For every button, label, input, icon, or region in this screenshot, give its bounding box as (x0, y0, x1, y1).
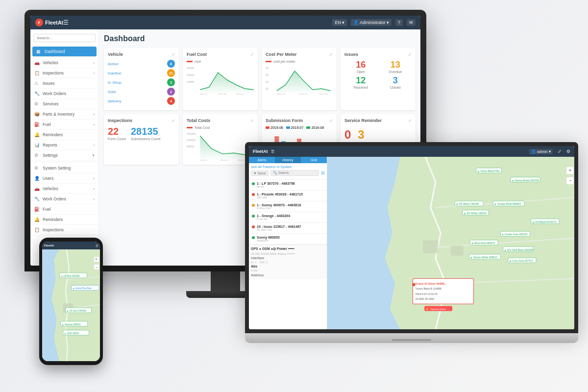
sidebar-label-reports: Reports (43, 143, 57, 147)
sidebar-item-work-orders2[interactable]: 🔧 Work Orders ‹ (30, 194, 98, 204)
vehicles-icon: 🚗 (34, 60, 40, 65)
help-button[interactable]: ? (395, 19, 403, 26)
submission-form-expand[interactable]: ⤢ (329, 119, 333, 123)
map-gear-icon[interactable]: ⚙ (566, 149, 570, 154)
phone-menu-icon[interactable]: ☰ (96, 244, 98, 247)
map-tab-history[interactable]: History (275, 157, 301, 163)
sidebar-item-fuel2[interactable]: ⛽ Fuel (30, 204, 98, 215)
sidebar-item-reminders2[interactable]: 🔔 Reminders (30, 215, 98, 225)
vehicle-item-inshop: In Shop 3 (108, 78, 175, 86)
hamburger-icon[interactable]: ☰ (63, 19, 69, 26)
vehicle-detail-stats: 33.083 31020.006K Status: ━━━━ (251, 252, 325, 255)
pin-10: ▲ RS White.146044 (463, 210, 489, 215)
sidebar-item-vehicles2[interactable]: 🚗 Vehicles ‹ (30, 184, 98, 194)
map-tab-grid[interactable]: Grid (301, 157, 327, 163)
map-app-logo: FleetAt (253, 149, 268, 154)
sidebar-item-dashboard[interactable]: ▦ Dashboard (32, 47, 97, 57)
inshop-badge: 3 (167, 78, 175, 86)
tracker-item-4[interactable]: 1 - Orange - 4483204 0.1m 0s (249, 212, 327, 223)
sr-overdue-number: 3 (358, 128, 371, 142)
user-menu[interactable]: 👤 Administrator ▾ (351, 19, 392, 26)
svg-text:▲ Toureg White 669901: ▲ Toureg White 669901 (494, 202, 521, 205)
map-hamburger[interactable]: ☰ (271, 149, 274, 154)
mail-button[interactable]: ✉ (407, 19, 416, 26)
sidebar-item-reports[interactable]: 📊 Reports ‹ (30, 140, 98, 150)
tracker-dot-5 (252, 225, 255, 228)
services-icon: ⚙ (34, 101, 40, 106)
sidebar-item-fuel[interactable]: ⛽ Fuel ‹ (30, 120, 98, 130)
sidebar-item-parts[interactable]: 📦 Parts & Inventory ‹ (30, 109, 98, 120)
tracker-item-5[interactable]: 10 - Isuzu 315617 - 4481467 1h 30m 14s (249, 223, 327, 234)
tracker-item-6[interactable]: Sunny 660853 4483204 (249, 234, 327, 245)
svg-text:▲ LB Blue 105489: ▲ LB Blue 105489 (61, 275, 80, 277)
sidebar-label-inspections: Inspections (43, 71, 64, 75)
map-share-icon[interactable]: ⤢ (558, 149, 562, 154)
work-orders2-icon: 🔧 (34, 196, 40, 201)
sidebar-item-inspections[interactable]: 📋 Inspections ‹ (30, 68, 98, 78)
settings-icon: ⚙ (34, 153, 40, 158)
svg-text:▲ XiXon.Black7452: ▲ XiXon.Black7452 (477, 170, 500, 172)
sidebar-label-users: Users (43, 176, 53, 181)
submission-form-title: Submission Form (266, 118, 303, 123)
cost-per-meter-expand[interactable]: ⤢ (329, 52, 333, 57)
tracker-item-1[interactable]: 1 - LP 307370 - 4483756 0h 0s (249, 180, 327, 191)
vehicle-item-inactive: Inactive 21 (108, 69, 175, 77)
vehicle-list: Active 8 Inactive 21 In Shop (108, 60, 175, 105)
svg-text:▲ Duster Grey 660192: ▲ Duster Grey 660192 (502, 233, 528, 236)
see-all-trackers[interactable]: See All Trackers In System (251, 165, 325, 169)
tracker-item-2[interactable]: 1 - Picante 453039 - 4481715 13h 29s (249, 191, 327, 201)
legend-2019-08: 2019-08 (306, 126, 324, 129)
sidebar-item-work-orders[interactable]: 🔧 Work Orders (30, 89, 98, 99)
map-admin-label[interactable]: 👤 admin ▾ (529, 149, 553, 154)
map-tab-alerts[interactable]: Alerts (249, 157, 275, 163)
sidebar-item-issues[interactable]: ⚠ Issues (30, 78, 98, 89)
map-search[interactable]: 🔍 Search (270, 170, 319, 176)
tc-legend-line (187, 127, 193, 128)
inspections-expand[interactable]: ⤢ (172, 119, 175, 123)
top-cards-grid: Vehicle ⤢ Active 8 Inactive (104, 48, 416, 110)
users-arrow: ‹ (94, 177, 95, 180)
pin-2: ▲ Sunny Brown 664708 (511, 177, 540, 182)
vehicle-expand-icon[interactable]: ⤢ (172, 52, 175, 57)
tracker-info-1: 0h 0s (257, 185, 295, 188)
map-filter-icon[interactable]: ⊟ (321, 171, 325, 175)
search-input[interactable] (33, 34, 96, 42)
help-icon: ? (398, 20, 400, 25)
filter-row: ▼ None 🔍 Search ⊟ (251, 170, 325, 176)
sidebar-item-reminders[interactable]: 🔔 Reminders (30, 130, 98, 140)
pin-5: ▲ Micra Red 660979 (470, 240, 498, 245)
sidebar-item-services[interactable]: ⚙ Services (30, 99, 98, 109)
fuel-cost-chart: 30000 20000 10000 2019-0 2019-05 (187, 65, 254, 95)
svg-text:▲ RS White.146044: ▲ RS White.146044 (464, 212, 487, 215)
service-reminder-expand[interactable]: ⤢ (408, 119, 412, 123)
phone-screen: FleetAt ☰ (42, 242, 100, 361)
filter-dropdown[interactable]: ▼ None (251, 171, 269, 176)
sidebar-item-settings[interactable]: ⚙ Settings ∨ (30, 150, 98, 161)
vehicles2-icon: 🚗 (34, 186, 40, 191)
sidebar-item-users[interactable]: 👤 Users ‹ (30, 173, 98, 184)
svg-text:2019-0: 2019-0 (200, 94, 207, 95)
submissions-count-group: 28135 Submissions Count (131, 126, 160, 141)
issues-expand[interactable]: ⤢ (408, 52, 412, 57)
sidebar-item-inspections2[interactable]: 📋 Inspections (30, 225, 98, 235)
total-costs-expand[interactable]: ⤢ (250, 119, 254, 123)
legend-dot-2019-06 (266, 126, 270, 129)
lang-selector[interactable]: EN ▾ (332, 19, 347, 26)
form-count-label: Form Count (108, 137, 126, 141)
work-orders2-arrow: ‹ (94, 197, 95, 201)
svg-text:▲ H1 Grey 540398: ▲ H1 Grey 540398 (67, 310, 86, 312)
sidebar-item-system-setting[interactable]: ⚙ System Setting (30, 163, 98, 173)
pin-9: ▲ RS Black.136188 (455, 201, 483, 206)
tracker-item-3[interactable]: 1 - Sunny 400670 - 4483618 0.05m 22s (249, 201, 327, 212)
svg-text:20000: 20000 (187, 74, 194, 76)
sidebar-item-vehicles[interactable]: 🚗 Vehicles ‹ (30, 58, 98, 68)
fuel-icon: ⛽ (34, 122, 40, 127)
form-count-group: 22 Form Count (108, 126, 126, 141)
app-topbar: F FleetAt ☰ EN ▾ 👤 Administrator ▾ (30, 16, 420, 29)
cost-per-meter-title: Cost Per Meter (266, 52, 297, 57)
fuel-cost-expand[interactable]: ⤢ (250, 52, 254, 57)
legend-2019-07: 2019-07 (286, 126, 304, 129)
map-tabs: Alerts History Grid (249, 157, 327, 163)
laptop-screen-bezel: FleetAt ☰ 👤 admin ▾ ⤢ ⚙ Alerts (245, 142, 578, 333)
submission-legend: 2019-06 2019-07 2019-08 (266, 126, 333, 129)
